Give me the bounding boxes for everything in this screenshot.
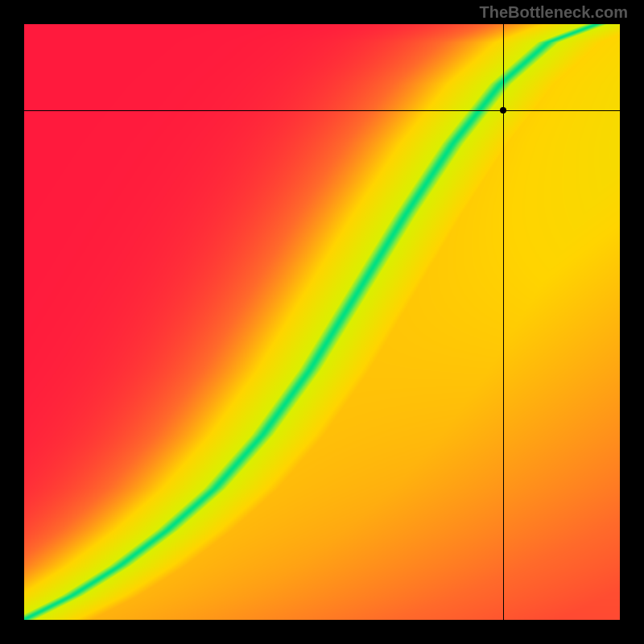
- chart-container: TheBottleneck.com: [0, 0, 644, 644]
- crosshair-horizontal: [24, 110, 620, 111]
- heatmap-canvas: [24, 24, 620, 620]
- watermark-label: TheBottleneck.com: [480, 3, 628, 22]
- heatmap-plot: [24, 24, 620, 620]
- crosshair-dot: [500, 107, 506, 114]
